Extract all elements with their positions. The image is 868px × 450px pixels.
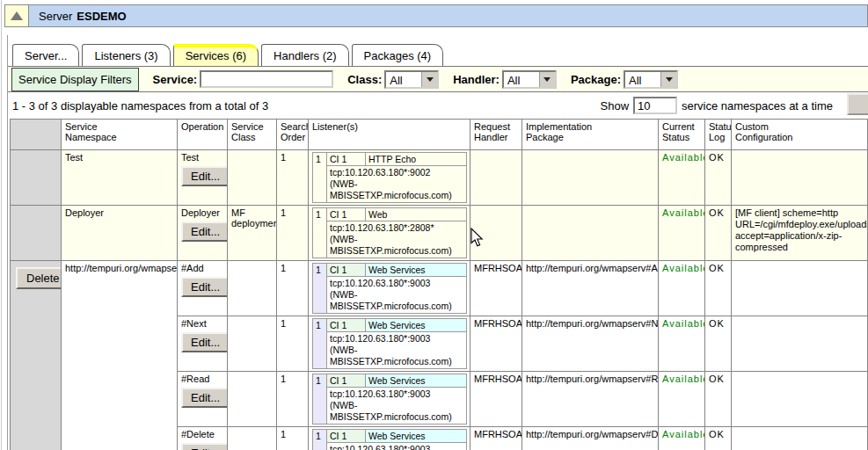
- header-implementation-package: Implementation Package: [522, 120, 659, 150]
- listener-endpoint: tcp:10.120.63.180*:9003 (NWB-MBISSETXP.m…: [327, 388, 467, 425]
- delete-button[interactable]: Delete: [16, 267, 62, 289]
- listener-index: 1: [313, 374, 327, 425]
- tab-services[interactable]: Services (6): [173, 44, 259, 66]
- edit-button[interactable]: Edit...: [181, 443, 228, 450]
- listener-host: (NWB-MBISSETXP.microfocus.com): [330, 234, 463, 257]
- header-status-log: Status Log: [705, 120, 732, 150]
- listeners-cell: 1 CI 1 Web Services tcp:10.120.63.180*:9…: [309, 372, 470, 427]
- service-filter-input[interactable]: [200, 70, 333, 88]
- service-class-cell: [228, 261, 277, 316]
- listener-address: tcp:10.120.63.180*:9003: [330, 444, 463, 450]
- handler-filter-label: Handler:: [453, 73, 500, 86]
- implementation-package-cell: http://tempuri.org/wmapserv#Read: [522, 372, 659, 427]
- current-status-cell: Available: [659, 206, 705, 261]
- custom-configuration-cell: [732, 372, 868, 427]
- header-service-namespace: Service Namespace: [62, 120, 178, 150]
- show-count-input[interactable]: [633, 97, 677, 114]
- operation-name: #Next: [181, 318, 223, 329]
- listener-box: 1 CI 1 Web Services tcp:10.120.63.180*:9…: [312, 263, 467, 314]
- operation-name: #Delete: [181, 429, 223, 439]
- operation-cell: #Delete Edit...: [178, 427, 228, 450]
- collapse-server-section-button[interactable]: [4, 4, 29, 27]
- implementation-package-cell: http://tempuri.org/wmapserv#Add: [522, 261, 659, 316]
- row-deployer: Deployer Deployer Edit... MF deployment …: [11, 206, 868, 261]
- tab-strip: Server... Listeners (3) Services (6) Han…: [8, 35, 868, 66]
- listener-box: 1 CI 1 HTTP Echo tcp:10.120.63.180*:9002…: [312, 152, 467, 203]
- service-class-cell: [228, 372, 277, 427]
- chevron-down-icon: [421, 72, 437, 87]
- class-filter-select[interactable]: All: [384, 70, 439, 89]
- listener-index: 1: [313, 208, 327, 258]
- operation-cell: #Add Edit...: [178, 261, 228, 316]
- listener-conversation-class: CI 1: [327, 208, 366, 221]
- request-handler-cell: MFRHSOAP: [470, 372, 522, 427]
- search-order-cell: 1: [277, 372, 309, 427]
- service-class-cell: [228, 427, 277, 450]
- listener-host: (NWB-MBISSETXP.microfocus.com): [330, 400, 463, 423]
- request-handler-cell: MFRHSOAP: [470, 316, 522, 372]
- operation-name: Test: [181, 152, 223, 163]
- edit-button[interactable]: Edit...: [181, 166, 228, 186]
- package-filter-label: Package:: [571, 73, 621, 86]
- next-namespaces-button[interactable]: [847, 93, 868, 115]
- listener-address: tcp:10.120.63.180*:2808*: [330, 222, 463, 234]
- listener-endpoint: tcp:10.120.63.180*:9002 (NWB-MBISSETXP.m…: [327, 166, 467, 203]
- listener-host: (NWB-MBISSETXP.microfocus.com): [330, 289, 463, 312]
- status-log-cell: OK: [705, 261, 732, 316]
- listener-host: (NWB-MBISSETXP.microfocus.com): [330, 178, 463, 201]
- tab-server[interactable]: Server...: [12, 44, 79, 66]
- current-status-cell: Available: [659, 261, 705, 316]
- service-class-cell: [228, 150, 277, 206]
- custom-configuration-cell: [732, 261, 868, 316]
- handler-filter-select[interactable]: All: [502, 70, 557, 89]
- listener-endpoint: tcp:10.120.63.180*:9003 (NWB-MBISSETXP.m…: [327, 277, 467, 314]
- package-filter-value: All: [625, 72, 660, 87]
- service-class-cell: [228, 316, 277, 372]
- row-wmapserv-add: Delete http://tempuri.org/wmapserv #Add …: [11, 261, 868, 316]
- header-request-handler: Request Handler: [470, 120, 522, 150]
- listeners-cell: 1 CI 1 Web Services tcp:10.120.63.180*:9…: [309, 316, 470, 372]
- row-test: Test Test Edit... 1 1 CI 1 HTTP Echo: [11, 150, 868, 206]
- header-actions: [11, 120, 62, 150]
- request-handler-cell: [470, 206, 522, 261]
- custom-configuration-cell: [732, 150, 868, 206]
- listener-conversation-class: CI 1: [327, 153, 366, 166]
- request-handler-cell: MFRHSOAP: [470, 427, 522, 450]
- package-filter-select[interactable]: All: [624, 70, 678, 89]
- listener-conversation-class: CI 1: [327, 430, 366, 443]
- implementation-package-cell: [522, 206, 659, 261]
- filter-bar-title: Service Display Filters: [11, 68, 139, 91]
- listener-name: Web Services: [366, 430, 467, 443]
- operation-name: Deployer: [181, 207, 223, 218]
- request-handler-cell: [470, 150, 522, 206]
- content-frame: Server... Listeners (3) Services (6) Han…: [7, 35, 868, 450]
- edit-button[interactable]: Edit...: [181, 221, 228, 242]
- tab-listeners[interactable]: Listeners (3): [82, 44, 170, 66]
- show-label: Show: [601, 99, 630, 112]
- edit-button[interactable]: Edit...: [181, 388, 228, 408]
- listener-index: 1: [313, 319, 327, 369]
- operation-name: #Read: [181, 374, 223, 384]
- listener-index: 1: [313, 264, 327, 314]
- edit-button[interactable]: Edit...: [181, 332, 228, 352]
- class-filter-label: Class:: [347, 73, 382, 86]
- edit-button[interactable]: Edit...: [181, 277, 228, 297]
- actions-cell: [11, 150, 62, 206]
- header-current-status: Current Status: [659, 120, 705, 150]
- current-status-cell: Available: [659, 316, 705, 372]
- pagination-row: 1 - 3 of 3 displayable namespaces from a…: [8, 92, 868, 119]
- tab-packages[interactable]: Packages (4): [352, 44, 444, 66]
- listener-name: Web Services: [366, 319, 467, 332]
- current-status-cell: Available: [659, 372, 705, 427]
- listeners-cell: 1 CI 1 Web tcp:10.120.63.180*:2808* (NWB…: [309, 206, 470, 261]
- tab-handlers[interactable]: Handlers (2): [261, 44, 349, 66]
- status-log-cell: OK: [705, 206, 732, 261]
- listener-conversation-class: CI 1: [327, 264, 366, 277]
- show-suffix-label: service namespaces at a time: [682, 99, 833, 112]
- listener-index: 1: [313, 430, 327, 450]
- listeners-cell: 1 CI 1 Web Services tcp:10.120.63.180*:9…: [309, 427, 470, 450]
- search-order-cell: 1: [277, 316, 309, 372]
- listener-box: 1 CI 1 Web tcp:10.120.63.180*:2808* (NWB…: [312, 207, 467, 258]
- server-title-bar: Server ESDEMO: [29, 4, 868, 27]
- listener-conversation-class: CI 1: [327, 374, 366, 388]
